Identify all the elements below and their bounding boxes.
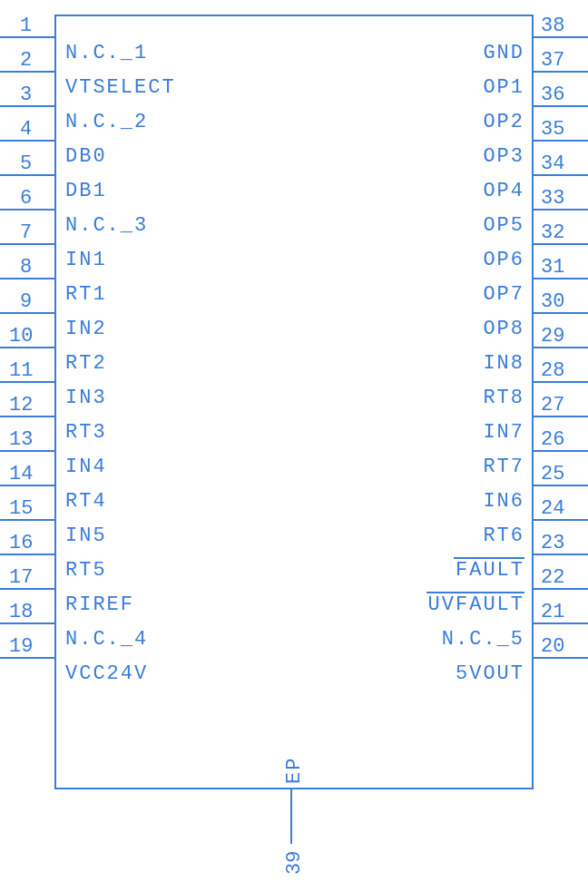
- pin-label: N.C._4: [65, 628, 148, 651]
- pin-label: RT6: [483, 524, 524, 547]
- pin-number: 27: [541, 394, 564, 416]
- pin-number: 29: [541, 325, 564, 348]
- pin-label: RT3: [65, 421, 107, 444]
- pin-number: 32: [541, 221, 564, 244]
- pin-label: IN1: [65, 249, 107, 271]
- pin-label: OP6: [483, 249, 524, 271]
- pin-label: OP1: [483, 76, 524, 99]
- pin-number: 24: [541, 497, 564, 520]
- pin-number: 12: [9, 394, 33, 416]
- pin-label: 5VOUT: [456, 662, 524, 685]
- pin-label: IN6: [483, 490, 524, 513]
- pin-number: 36: [541, 83, 564, 106]
- pin-label: VCC24V: [65, 662, 148, 685]
- pin-label: OP8: [483, 318, 524, 340]
- pin-number: 10: [9, 325, 33, 348]
- pin-label: IN5: [65, 524, 107, 547]
- pin-number: 17: [9, 566, 33, 589]
- pin-number: 31: [541, 256, 564, 279]
- pin-label: RT8: [483, 387, 524, 409]
- pin-number: 9: [20, 290, 32, 313]
- pin-number: 1: [20, 15, 32, 37]
- pin-number: 16: [9, 532, 33, 554]
- pin-number: 6: [20, 187, 32, 210]
- pin-label: EP: [283, 757, 306, 784]
- pin-number: 8: [20, 256, 32, 279]
- pin-label: IN2: [65, 318, 107, 340]
- pin-label: RT5: [65, 559, 107, 582]
- pin-label: OP2: [483, 111, 524, 133]
- pin-label: RT7: [483, 456, 524, 478]
- pin-label: DB1: [65, 180, 107, 202]
- pin-number: 28: [541, 359, 564, 382]
- pin-label: RT1: [65, 283, 107, 306]
- pin-number: 26: [541, 428, 564, 451]
- pin-label: DB0: [65, 145, 107, 168]
- ic-pinout-diagram: 1N.C._12VTSELECT3N.C._24DB05DB16N.C._37I…: [0, 0, 588, 882]
- pin-number: 4: [20, 118, 32, 141]
- pin-number: 2: [20, 49, 32, 72]
- pin-number: 25: [541, 463, 564, 485]
- pin-label: OP5: [483, 214, 524, 237]
- pin-label: IN3: [65, 387, 107, 409]
- pin-number: 33: [541, 187, 564, 210]
- pin-label: OP4: [483, 180, 524, 202]
- pin-label: RT2: [65, 352, 107, 375]
- pin-number: 11: [9, 359, 33, 382]
- pin-number: 15: [9, 497, 33, 520]
- pin-number: 34: [541, 152, 564, 175]
- pin-label: N.C._2: [65, 111, 148, 133]
- pin-label: GND: [483, 42, 524, 64]
- pin-label: OP7: [483, 283, 524, 306]
- pin-number: 13: [9, 428, 33, 451]
- pin-label: N.C._5: [442, 628, 524, 651]
- pin-number: 22: [541, 566, 564, 589]
- pin-number: 20: [541, 635, 564, 658]
- pin-label: RT4: [65, 490, 107, 513]
- pin-number: 7: [20, 221, 32, 244]
- pin-label: IN7: [483, 421, 524, 444]
- pin-number: 35: [541, 118, 564, 141]
- pin-label: VTSELECT: [65, 76, 176, 99]
- pin-number: 18: [9, 601, 33, 623]
- pin-label: OP3: [483, 145, 524, 168]
- pin-number: 21: [541, 601, 564, 623]
- overline: [426, 592, 524, 593]
- overline: [454, 557, 524, 559]
- pin-number: 37: [541, 49, 564, 72]
- pin-label: UVFAULT: [428, 593, 524, 616]
- pin-number: 39: [283, 851, 306, 875]
- pin-number: 38: [541, 15, 564, 37]
- pin-number: 23: [541, 532, 564, 554]
- pin-number: 5: [20, 152, 32, 175]
- pin-number: 19: [9, 635, 33, 658]
- pin-label: IN8: [483, 352, 524, 375]
- pin-number: 30: [541, 290, 564, 313]
- pin-label: N.C._3: [65, 214, 148, 237]
- pin-number: 3: [20, 83, 32, 106]
- pin-number: 14: [9, 463, 33, 485]
- pin-label: FAULT: [456, 559, 524, 582]
- pin-label: RIREF: [65, 593, 134, 616]
- pin-label: N.C._1: [65, 42, 148, 64]
- pin-line-bottom: [290, 789, 292, 844]
- pin-label: IN4: [65, 456, 107, 478]
